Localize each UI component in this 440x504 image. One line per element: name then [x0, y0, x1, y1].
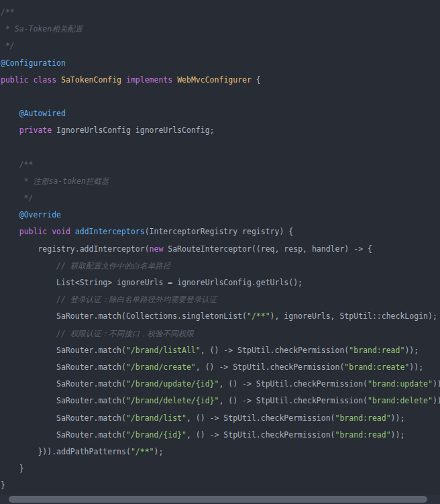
- code-line: }: [1, 477, 440, 494]
- code-token: [1, 227, 19, 236]
- code-token: (InterceptorRegistry registry) {: [145, 227, 294, 236]
- code-token: List<String> ignoreUrls = ignoreUrlsConf…: [1, 278, 302, 287]
- code-line: */: [1, 38, 440, 54]
- code-token: WebMvcConfigurer: [177, 75, 252, 85]
- code-token: @Configuration: [1, 58, 66, 68]
- code-token: "brand:delete": [368, 396, 433, 405]
- code-token: SaRouter.match(: [1, 379, 126, 389]
- code-token: , () -> StpUtil.checkPermission(: [186, 413, 335, 423]
- code-token: [1, 295, 56, 304]
- code-token: /**: [1, 160, 33, 169]
- code-token: ));: [391, 430, 405, 440]
- code-token: );: [154, 447, 164, 456]
- code-line: SaRouter.match("/brand/list", () -> StpU…: [1, 410, 440, 427]
- code-token: registry.addInterceptor(: [1, 244, 150, 254]
- code-token: "brand:read": [335, 430, 391, 440]
- code-token: implements: [126, 75, 172, 85]
- code-token: new: [150, 244, 168, 254]
- code-token: ));: [433, 396, 440, 405]
- code-token: [1, 329, 56, 338]
- code-token: "brand:read": [349, 346, 404, 355]
- code-token: })).addPathPatterns(: [1, 447, 131, 456]
- code-line: SaRouter.match("/brand/create", () -> St…: [1, 359, 440, 376]
- code-token: /**: [1, 7, 15, 17]
- code-token: [1, 109, 19, 118]
- code-line: @Override: [1, 207, 440, 223]
- code-token: "/brand/create": [126, 362, 196, 372]
- code-token: "brand:create": [344, 362, 409, 372]
- code-area[interactable]: /** * Sa-Token相关配置 */@Configurationpubli…: [1, 4, 440, 494]
- code-token: ));: [433, 379, 440, 389]
- code-token: // 权限认证：不同接口，校验不同权限: [56, 329, 194, 338]
- code-line: SaRouter.match("/brand/update/{id}", () …: [1, 376, 440, 393]
- code-line: [1, 140, 440, 156]
- code-token: , () -> StpUtil.checkPermission(: [219, 379, 368, 389]
- code-token: [1, 261, 56, 270]
- code-token: ));: [409, 362, 423, 372]
- code-token: "/brand/listAll": [126, 346, 201, 355]
- code-token: public void: [19, 227, 75, 236]
- code-line: }: [1, 460, 440, 477]
- code-token: SaRouter.match(: [1, 362, 126, 372]
- horizontal-scrollbar[interactable]: [0, 495, 440, 504]
- code-token: ));: [404, 346, 419, 355]
- code-token: // 登录认证：除白名单路径外均需要登录认证: [56, 295, 217, 304]
- code-token: "/**": [131, 447, 154, 456]
- code-line: SaRouter.match("/brand/{id}", () -> StpU…: [1, 427, 440, 444]
- code-token: , () -> StpUtil.checkPermission(: [186, 430, 335, 440]
- code-token: IgnoreUrlsConfig ignoreUrlsConfig;: [56, 125, 214, 135]
- code-token: SaRouter.match(: [1, 430, 126, 440]
- code-token: * 注册sa-token拦截器: [1, 177, 109, 186]
- code-token: "brand:read": [335, 413, 391, 423]
- code-line: // 获取配置文件中的白名单路径: [1, 258, 440, 274]
- code-token: [1, 125, 19, 135]
- code-line: * Sa-Token相关配置: [1, 21, 440, 38]
- code-token: SaRouter.match(: [1, 396, 126, 405]
- code-token: @Override: [19, 210, 61, 219]
- code-token: "/**": [247, 311, 270, 321]
- code-line: private IgnoreUrlsConfig ignoreUrlsConfi…: [1, 122, 440, 139]
- code-token: ));: [391, 413, 405, 423]
- code-token: "/brand/update/{id}": [126, 379, 219, 389]
- code-token: addInterceptors: [75, 227, 145, 236]
- code-line: registry.addInterceptor(new SaRouteInter…: [1, 241, 440, 258]
- code-token: {: [252, 75, 261, 85]
- code-token: * Sa-Token相关配置: [1, 24, 82, 34]
- code-line: /**: [1, 4, 440, 21]
- code-line: })).addPathPatterns("/**");: [1, 444, 440, 460]
- code-token: */: [1, 41, 15, 50]
- code-token: SaRouter.match(Collections.singletonList…: [1, 311, 247, 321]
- code-line: // 登录认证：除白名单路径外均需要登录认证: [1, 291, 440, 308]
- code-line: */: [1, 190, 440, 207]
- code-editor: /** * Sa-Token相关配置 */@Configurationpubli…: [0, 0, 440, 504]
- code-token: SaTokenConfig: [61, 75, 121, 85]
- code-token: , () -> StpUtil.checkPermission(: [219, 396, 368, 405]
- code-token: [1, 210, 19, 219]
- code-token: "brand:update": [368, 379, 433, 389]
- code-line: @Autowired: [1, 105, 440, 122]
- code-token: "/brand/delete/{id}": [126, 396, 219, 405]
- code-line: [1, 89, 440, 105]
- code-token: "/brand/{id}": [126, 430, 186, 440]
- code-line: public void addInterceptors(InterceptorR…: [1, 223, 440, 240]
- code-line: SaRouter.match(Collections.singletonList…: [1, 308, 440, 325]
- code-line: * 注册sa-token拦截器: [1, 173, 440, 190]
- code-token: }: [1, 464, 24, 473]
- code-token: ), ignoreUrls, StpUtil::checkLogin);: [270, 311, 437, 321]
- code-token: "/brand/list": [126, 413, 186, 423]
- code-token: SaRouter.match(: [1, 413, 126, 423]
- code-line: public class SaTokenConfig implements We…: [1, 72, 440, 89]
- code-token: public class: [1, 75, 61, 85]
- code-token: private: [19, 125, 56, 135]
- code-token: , () -> StpUtil.checkPermission(: [196, 362, 345, 372]
- code-line: SaRouter.match("/brand/listAll", () -> S…: [1, 342, 440, 359]
- code-token: // 获取配置文件中的白名单路径: [56, 261, 170, 270]
- code-token: [121, 75, 126, 85]
- code-token: */: [1, 193, 33, 203]
- code-line: // 权限认证：不同接口，校验不同权限: [1, 325, 440, 342]
- code-token: }: [1, 481, 5, 490]
- code-token: @Autowired: [19, 109, 66, 118]
- scrollbar-thumb[interactable]: [9, 496, 427, 503]
- code-token: , () -> StpUtil.checkPermission(: [201, 346, 349, 355]
- code-token: SaRouter.match(: [1, 346, 126, 355]
